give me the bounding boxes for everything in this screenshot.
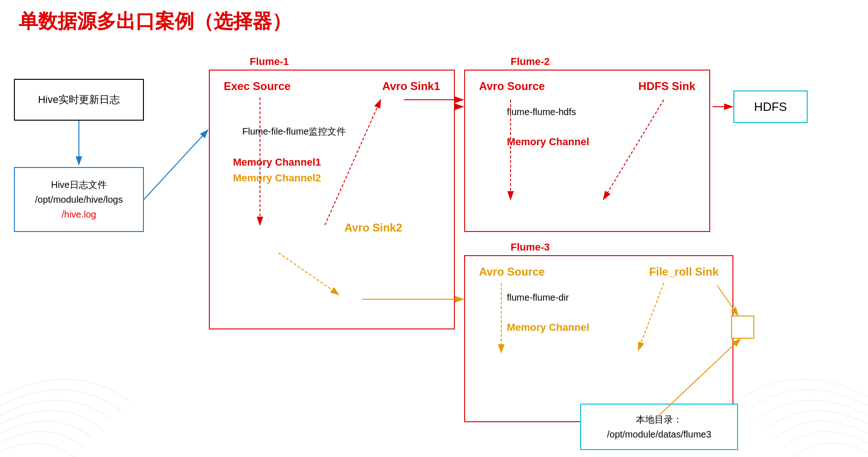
flume3-mem-channel: Memory Channel — [507, 322, 589, 333]
flume2-avro-source: Avro Source — [479, 80, 545, 93]
flume1-box: Exec Source Avro Sink1 Flume-file-flume监… — [209, 70, 455, 329]
flume2-label: Flume-2 — [511, 56, 550, 68]
flume1-avro-sink2: Avro Sink2 — [344, 221, 402, 234]
flume1-exec-source: Exec Source — [224, 80, 291, 93]
local-dir-line1: 本地目录： — [636, 412, 682, 427]
hive-realtime-log-box: Hive实时更新日志 — [14, 79, 144, 121]
deco-arcs-right — [719, 336, 868, 457]
flume1-label: Flume-1 — [250, 56, 289, 68]
flume3-box: Avro Source File_roll Sink flume-flume-d… — [464, 255, 733, 422]
flume1-avro-sink1: Avro Sink1 — [382, 80, 440, 93]
flume3-avro-source: Avro Source — [479, 265, 545, 278]
hdfs-label: HDFS — [754, 100, 787, 114]
flume3-label: Flume-3 — [511, 241, 550, 253]
svg-line-6 — [144, 130, 208, 200]
flume2-hdfs-sink: HDFS Sink — [638, 80, 695, 93]
flume3-connector-box — [731, 315, 754, 339]
flume1-file-monitor: Flume-file-flume监控文件 — [242, 126, 346, 136]
flume1-mem-channel1: Memory Channel1 — [233, 156, 321, 168]
hive-file-line3: /hive.log — [62, 207, 97, 222]
flume2-box: Avro Source HDFS Sink flume-flume-hdfs M… — [464, 70, 710, 232]
hdfs-box: HDFS — [733, 90, 808, 123]
flume1-mem-channel2: Memory Channel2 — [233, 172, 321, 184]
flume2-channel-label: flume-flume-hdfs — [507, 107, 576, 117]
deco-arcs-left — [0, 336, 149, 457]
page-title: 单数据源多出口案例（选择器） — [19, 8, 291, 34]
hive-file-box: Hive日志文件 /opt/module/hive/logs /hive.log — [14, 167, 144, 232]
hive-file-line1: Hive日志文件 — [51, 177, 107, 192]
flume3-file-roll-sink: File_roll Sink — [649, 265, 719, 278]
local-dir-line2: /opt/module/datas/flume3 — [607, 427, 712, 442]
local-dir-box: 本地目录： /opt/module/datas/flume3 — [580, 404, 738, 450]
flume3-channel-label: flume-flume-dir — [507, 292, 569, 303]
hive-file-line2: /opt/module/hive/logs — [35, 192, 123, 207]
flume2-mem-channel: Memory Channel — [507, 136, 589, 148]
hive-realtime-log-label: Hive实时更新日志 — [38, 93, 120, 107]
